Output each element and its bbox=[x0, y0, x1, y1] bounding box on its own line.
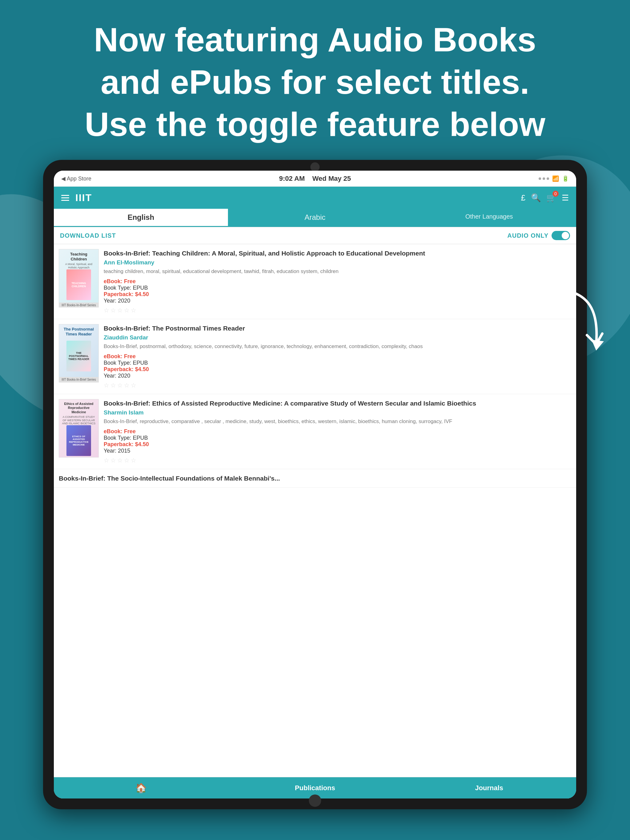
cart-badge: 0 bbox=[552, 191, 559, 197]
star-2: ☆ bbox=[111, 306, 116, 314]
star-4: ☆ bbox=[124, 456, 130, 464]
book-info-2: Books-In-Brief: The Postnormal Times Rea… bbox=[104, 324, 571, 389]
book-cover-subtitle-3: A COMPARATIVE STUDY OF WESTERN SECULAR A… bbox=[62, 415, 96, 425]
star-5: ☆ bbox=[131, 382, 136, 389]
book-item-3[interactable]: Ethics of Assisted Reproductive Medicine… bbox=[54, 394, 576, 469]
filter-icon[interactable]: ☰ bbox=[562, 193, 569, 203]
book-cover-1: Teaching Children A Moral, Spiritual, an… bbox=[59, 249, 99, 308]
tab-english[interactable]: English bbox=[54, 209, 228, 227]
book-cover-img-2: The Postnormal Times Reader THE POSTNORM… bbox=[59, 324, 98, 377]
book-ebook-3: eBook: Free bbox=[104, 428, 571, 435]
book-author-1[interactable]: Ann El-Moslimany bbox=[104, 259, 571, 266]
book-info-3: Books-In-Brief: Ethics of Assisted Repro… bbox=[104, 399, 571, 464]
back-to-appstore[interactable]: ◀ App Store bbox=[61, 175, 91, 182]
star-4: ☆ bbox=[124, 306, 130, 314]
book-author-2[interactable]: Ziauddin Sardar bbox=[104, 334, 571, 341]
audio-only-container: AUDIO ONLY bbox=[507, 231, 570, 240]
book-cover-3: Ethics of Assisted Reproductive Medicine… bbox=[59, 399, 99, 458]
book-info-4: Books-In-Brief: The Socio-Intellectual F… bbox=[59, 474, 571, 482]
book-cover-image-area-3: ETHICS OF ASSISTED REPRODUCTIVE MEDICINE bbox=[62, 425, 96, 456]
book-cover-image-area-1: TEACHING CHILDREN bbox=[62, 269, 96, 300]
book-tags-3: Books-In-Brief, reproductive, comparativ… bbox=[104, 418, 571, 425]
book-stars-3: ☆ ☆ ☆ ☆ ☆ bbox=[104, 456, 571, 464]
star-3: ☆ bbox=[117, 306, 123, 314]
star-1: ☆ bbox=[104, 456, 109, 464]
tablet-home-button[interactable] bbox=[309, 794, 321, 807]
book-stars-2: ☆ ☆ ☆ ☆ ☆ bbox=[104, 382, 571, 389]
svg-marker-0 bbox=[592, 340, 604, 351]
book-author-3[interactable]: Sharmin Islam bbox=[104, 409, 571, 416]
tab-other-languages[interactable]: Other Languages bbox=[402, 209, 576, 227]
book-cover-img-1: Teaching Children A Moral, Spiritual, an… bbox=[59, 249, 98, 303]
app-logo: IIIT bbox=[75, 192, 92, 204]
download-bar: DOWNLOAD LIST AUDIO ONLY bbox=[54, 227, 576, 244]
book-year-1: Year: 2020 bbox=[104, 298, 571, 304]
promo-header: Now featuring Audio Books and ePubs for … bbox=[0, 19, 630, 145]
status-date: Wed May 25 bbox=[312, 175, 351, 182]
book-paperback-3: Paperback: $4.50 bbox=[104, 441, 571, 448]
hamburger-menu-button[interactable] bbox=[61, 195, 69, 201]
status-right: 📶 🔋 bbox=[539, 175, 569, 182]
nav-journals[interactable]: Journals bbox=[402, 777, 576, 799]
star-3: ☆ bbox=[117, 456, 123, 464]
book-year-2: Year: 2020 bbox=[104, 373, 571, 379]
star-2: ☆ bbox=[111, 382, 116, 389]
status-left: ◀ App Store bbox=[61, 175, 91, 182]
book-type-3: Book Type: EPUB bbox=[104, 435, 571, 441]
header-line1: Now featuring Audio Books bbox=[25, 19, 605, 61]
tablet-device: ◀ App Store 9:02 AM Wed May 25 📶 🔋 bbox=[43, 160, 587, 809]
header-line2: and ePubs for select titles. bbox=[25, 61, 605, 103]
book-item-2[interactable]: The Postnormal Times Reader THE POSTNORM… bbox=[54, 319, 576, 394]
star-2: ☆ bbox=[111, 456, 116, 464]
book-tags-1: teaching children, moral, spiritual, edu… bbox=[104, 268, 571, 275]
battery-icon: 🔋 bbox=[562, 175, 569, 182]
status-time-date: 9:02 AM Wed May 25 bbox=[279, 175, 351, 183]
star-5: ☆ bbox=[131, 456, 136, 464]
book-paperback-2: Paperback: $4.50 bbox=[104, 366, 571, 373]
book-stars-1: ☆ ☆ ☆ ☆ ☆ bbox=[104, 306, 571, 314]
book-cover-2: The Postnormal Times Reader THE POSTNORM… bbox=[59, 324, 99, 382]
tablet-screen: ◀ App Store 9:02 AM Wed May 25 📶 🔋 bbox=[54, 171, 576, 799]
app-header-right: £ 🔍 🛒 0 ☰ bbox=[521, 193, 569, 203]
currency-icon[interactable]: £ bbox=[521, 193, 526, 203]
tab-arabic[interactable]: Arabic bbox=[228, 209, 402, 227]
book-cover-img-3: Ethics of Assisted Reproductive Medicine… bbox=[59, 399, 98, 458]
nav-publications-label: Publications bbox=[295, 784, 335, 792]
book-cover-subtitle-1: A Moral, Spiritual, and Holistic Approac… bbox=[62, 262, 96, 269]
book-item-1[interactable]: Teaching Children A Moral, Spiritual, an… bbox=[54, 244, 576, 319]
book-series-1: IIIT Books-In-Brief Series bbox=[59, 303, 98, 308]
book-tags-2: Books-In-Brief, postnormal, orthodoxy, s… bbox=[104, 343, 571, 350]
book-item-4[interactable]: Books-In-Brief: The Socio-Intellectual F… bbox=[54, 469, 576, 488]
search-icon[interactable]: 🔍 bbox=[531, 193, 541, 203]
header-line3: Use the toggle feature below bbox=[25, 103, 605, 145]
book-cover-title-1: Teaching Children bbox=[62, 252, 96, 261]
app-header-left: IIIT bbox=[61, 192, 92, 204]
wifi-icon: 📶 bbox=[552, 175, 559, 182]
star-4: ☆ bbox=[124, 382, 130, 389]
book-list: Teaching Children A Moral, Spiritual, an… bbox=[54, 244, 576, 777]
book-info-1: Books-In-Brief: Teaching Children: A Mor… bbox=[104, 249, 571, 314]
book-year-3: Year: 2015 bbox=[104, 448, 571, 454]
book-type-2: Book Type: EPUB bbox=[104, 360, 571, 366]
star-1: ☆ bbox=[104, 306, 109, 314]
nav-home[interactable]: 🏠 bbox=[54, 777, 228, 799]
audio-only-toggle[interactable] bbox=[552, 231, 570, 240]
book-cover-title-2: The Postnormal Times Reader bbox=[62, 327, 96, 336]
cart-icon[interactable]: 🛒 0 bbox=[546, 193, 556, 203]
star-1: ☆ bbox=[104, 382, 109, 389]
book-title-3: Books-In-Brief: Ethics of Assisted Repro… bbox=[104, 399, 571, 407]
language-tabs: English Arabic Other Languages bbox=[54, 209, 576, 227]
book-cover-image-area-2: THE POSTNORMAL TIMES READER bbox=[62, 338, 96, 374]
star-3: ☆ bbox=[117, 382, 123, 389]
download-list-label: DOWNLOAD LIST bbox=[60, 232, 116, 239]
audio-only-label: AUDIO ONLY bbox=[507, 232, 548, 239]
book-thumbnail-3: ETHICS OF ASSISTED REPRODUCTIVE MEDICINE bbox=[66, 425, 91, 456]
book-ebook-1: eBook: Free bbox=[104, 278, 571, 285]
nav-journals-label: Journals bbox=[475, 784, 503, 792]
book-title-1: Books-In-Brief: Teaching Children: A Mor… bbox=[104, 249, 571, 257]
book-thumbnail-2: THE POSTNORMAL TIMES READER bbox=[66, 341, 91, 371]
book-type-1: Book Type: EPUB bbox=[104, 285, 571, 291]
home-icon: 🏠 bbox=[135, 783, 147, 793]
signal-dots bbox=[539, 177, 549, 180]
book-title-2: Books-In-Brief: The Postnormal Times Rea… bbox=[104, 324, 571, 332]
